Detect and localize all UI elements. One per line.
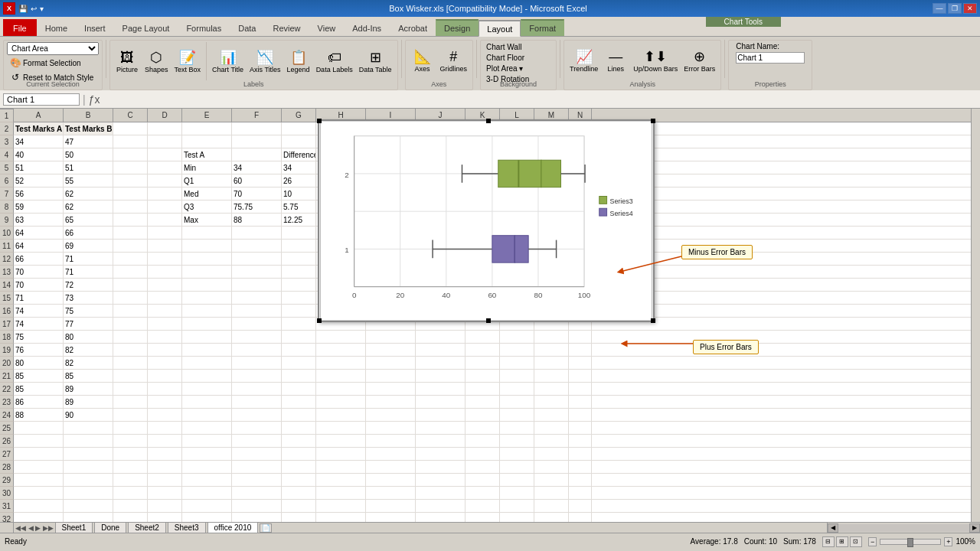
cell-r10-c5[interactable] [182,240,232,252]
cell-r27-c1[interactable] [14,461,64,473]
cell-r24-c2[interactable] [64,422,113,434]
cell-r21-c10[interactable] [416,383,466,395]
cell-r8-c1[interactable]: 63 [14,214,64,226]
cell-r19-c3[interactable] [113,357,148,369]
chart-container[interactable]: 2 1 0 20 40 60 80 100 [318,119,655,322]
cell-r29-c10[interactable] [416,487,466,499]
tab-data[interactable]: Data [230,19,264,36]
tab-design[interactable]: Design [436,19,479,36]
cell-r6-c6[interactable]: 70 [232,187,282,200]
cell-r4-c2[interactable]: 51 [64,161,113,174]
cell-r11-c7[interactable] [282,253,316,265]
cell-r15-c6[interactable] [232,305,282,317]
cell-r31-c3[interactable] [113,513,148,522]
cell-r23-c9[interactable] [366,409,416,421]
cell-r10-c3[interactable] [113,240,148,252]
cell-r30-c1[interactable] [14,500,64,512]
cell-r28-c14[interactable] [569,474,592,486]
cell-r20-c2[interactable]: 85 [64,370,113,382]
cell-r1-c4[interactable] [148,122,182,135]
cell-r17-c3[interactable] [113,331,148,343]
cell-r11-c6[interactable] [232,253,282,265]
cell-r12-c1[interactable]: 70 [14,266,64,278]
cell-r11-c4[interactable] [148,253,182,265]
quick-access-save[interactable]: 💾 [18,5,28,13]
cell-r25-c1[interactable] [14,435,64,447]
cell-r12-c5[interactable] [182,266,232,278]
chart-floor-btn[interactable]: Chart Floor [484,53,553,63]
cell-r31-c14[interactable] [569,513,592,522]
axis-titles-btn[interactable]: 📉 Axis Titles [247,47,283,76]
cell-r5-c7[interactable]: 26 [282,174,316,187]
cell-r7-c5[interactable]: Q3 [182,201,232,213]
cell-r7-c6[interactable]: 75.75 [232,201,282,213]
cell-r1-c5[interactable] [182,122,232,135]
cell-r15-c5[interactable] [182,305,232,317]
chart-handle-tr[interactable] [651,119,655,123]
cell-r8-c3[interactable] [113,214,148,226]
cell-r30-c9[interactable] [366,500,416,512]
cell-r22-c9[interactable] [366,396,416,408]
cell-r5-c3[interactable] [113,174,148,187]
cell-r23-c3[interactable] [113,409,148,421]
cell-r23-c11[interactable] [466,409,500,421]
cell-r21-c8[interactable] [316,383,366,395]
chart-title-btn[interactable]: 📊 Chart Title [210,47,246,76]
chart-handle-bm[interactable] [486,318,491,323]
cell-r25-c9[interactable] [366,435,416,447]
cell-r8-c7[interactable]: 12.25 [282,214,316,226]
cell-r28-c10[interactable] [416,474,466,486]
cell-r18-c11[interactable] [466,344,500,356]
cell-r26-c6[interactable] [232,448,282,460]
tab-format[interactable]: Format [521,19,564,36]
trendline-btn[interactable]: 📈 Trendline [567,46,600,75]
cell-r21-c2[interactable]: 89 [64,383,113,395]
cell-r23-c8[interactable] [316,409,366,421]
cell-r22-c2[interactable]: 89 [64,396,113,408]
cell-r17-c13[interactable] [534,331,569,343]
cell-r29-c9[interactable] [366,487,416,499]
cell-r21-c4[interactable] [148,383,182,395]
cell-r1-c1[interactable]: Test Marks A [14,122,64,135]
zoom-thumb[interactable] [907,538,913,547]
cell-r20-c11[interactable] [466,370,500,382]
chart-handle-tm[interactable] [486,119,491,123]
cell-r17-c5[interactable] [182,331,232,343]
cell-r18-c12[interactable] [500,344,534,356]
cell-r19-c2[interactable]: 82 [64,357,113,369]
chart-handle-br[interactable] [651,318,655,323]
cell-r20-c10[interactable] [416,370,466,382]
cell-r21-c9[interactable] [366,383,416,395]
cell-r31-c7[interactable] [282,513,316,522]
cell-r4-c7[interactable]: 34 [282,161,316,174]
cell-r17-c14[interactable] [569,331,592,343]
cell-r9-c3[interactable] [113,227,148,239]
cell-r25-c14[interactable] [569,435,592,447]
cell-r25-c11[interactable] [466,435,500,447]
cell-r29-c6[interactable] [232,487,282,499]
cell-r15-c2[interactable]: 75 [64,305,113,317]
cell-r22-c6[interactable] [232,396,282,408]
cell-r31-c5[interactable] [182,513,232,522]
cell-r22-c7[interactable] [282,396,316,408]
cell-r3-c6[interactable] [232,148,282,161]
cell-r12-c7[interactable] [282,266,316,278]
cell-r14-c7[interactable] [282,292,316,304]
cell-r19-c14[interactable] [569,357,592,369]
cell-r2-c5[interactable] [182,135,232,148]
cell-r28-c6[interactable] [232,474,282,486]
cell-r20-c9[interactable] [366,370,416,382]
cell-r16-c3[interactable] [113,318,148,330]
textbox-btn[interactable]: 📝 Text Box [172,47,204,76]
cell-r27-c9[interactable] [366,461,416,473]
scroll-right-btn[interactable]: ▶ [969,523,980,533]
cell-r20-c5[interactable] [182,370,232,382]
cell-r24-c11[interactable] [466,422,500,434]
chart-element-selector[interactable]: Chart Area [7,42,99,55]
cell-r10-c1[interactable]: 64 [14,240,64,252]
cell-r19-c13[interactable] [534,357,569,369]
cell-r16-c2[interactable]: 77 [64,318,113,330]
sheet-tab-done[interactable]: Done [94,522,126,533]
cell-r12-c4[interactable] [148,266,182,278]
cell-r4-c1[interactable]: 51 [14,161,64,174]
